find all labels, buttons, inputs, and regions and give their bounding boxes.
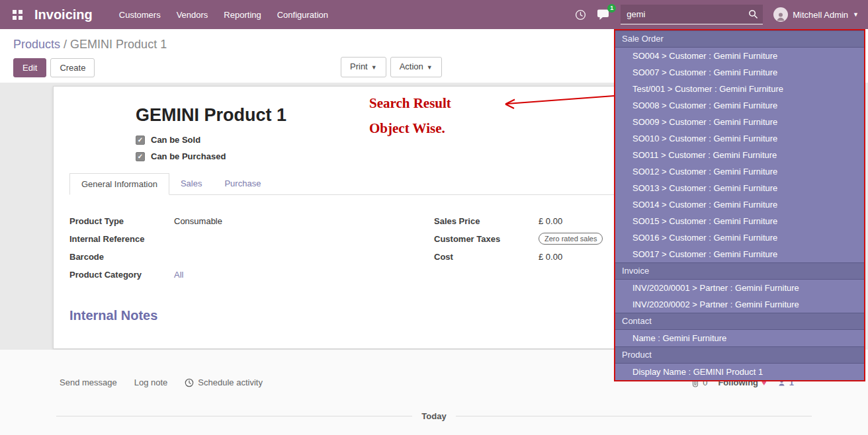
chevron-down-icon: ▼ — [427, 64, 433, 71]
chevron-down-icon: ▼ — [853, 12, 859, 18]
search-result-item[interactable]: SO011 > Customer : Gemini Furniture — [615, 147, 864, 163]
search-result-item[interactable]: SO008 > Customer : Gemini Furniture — [615, 97, 864, 114]
divider-line — [56, 416, 412, 416]
today-divider: Today — [56, 411, 812, 421]
group-header-contact: Contact — [615, 313, 864, 330]
search-result-item[interactable]: SO013 > Customer : Gemini Furniture — [615, 180, 864, 196]
search-result-item[interactable]: SO004 > Customer : Gemini Furniture — [615, 48, 864, 64]
can-be-purchased-label: Can be Purchased — [151, 151, 226, 161]
app-title[interactable]: Invoicing — [34, 7, 93, 22]
action-dropdown-button[interactable]: Action▼ — [390, 57, 442, 77]
menu-customers[interactable]: Customers — [111, 5, 169, 25]
group-header-sale-order: Sale Order — [615, 30, 864, 48]
field-value: Consumable — [174, 216, 222, 226]
field-internal-reference: Internal Reference — [69, 233, 434, 245]
field-label: Customer Taxes — [434, 234, 539, 244]
systray: 1 Mitchell Admin ▼ — [575, 5, 861, 24]
user-menu[interactable]: Mitchell Admin ▼ — [773, 7, 859, 22]
action-buttons: Print▼ Action▼ — [341, 57, 442, 77]
messages-count-badge: 1 — [607, 4, 616, 13]
chevron-down-icon: ▼ — [371, 64, 377, 71]
search-result-item[interactable]: Name : Gemini Furniture — [615, 330, 864, 346]
divider-line — [456, 416, 812, 416]
field-product-type: Product Type Consumable — [69, 215, 434, 227]
search-result-item[interactable]: Display Name : GEMINI Product 1 — [615, 364, 864, 380]
group-header-product: Product — [615, 346, 864, 364]
field-value: All — [174, 270, 183, 280]
field-label: Sales Price — [434, 216, 539, 226]
can-be-purchased-checkbox[interactable]: ✓ — [136, 152, 145, 161]
field-label: Barcode — [69, 252, 174, 262]
field-label: Product Category — [69, 270, 174, 280]
field-barcode: Barcode — [69, 251, 434, 262]
create-button[interactable]: Create — [50, 58, 95, 77]
annotation-text: Search Result Object Wise. — [369, 95, 451, 137]
tab-purchase[interactable]: Purchase — [213, 173, 272, 194]
internal-notes-heading: Internal Notes — [69, 308, 434, 323]
main-menu: Customers Vendors Reporting Configuratio… — [111, 5, 336, 25]
search-result-item[interactable]: SO007 > Customer : Gemini Furniture — [615, 64, 864, 81]
search-result-item[interactable]: INV/2020/0002 > Partner : Gemini Furnitu… — [615, 296, 864, 313]
search-result-item[interactable]: SO015 > Customer : Gemini Furniture — [615, 213, 864, 229]
search-result-item[interactable]: INV/2020/0001 > Partner : Gemini Furnitu… — [615, 280, 864, 296]
field-value: £ 0.00 — [539, 252, 562, 262]
log-note-button[interactable]: Log note — [134, 377, 168, 387]
customer-tax-tag: Zero rated sales — [539, 233, 603, 245]
apps-grid-icon — [13, 10, 22, 20]
search-result-item[interactable]: SO012 > Customer : Gemini Furniture — [615, 163, 864, 180]
field-product-category: Product Category All — [69, 268, 434, 280]
breadcrumb-products-link[interactable]: Products — [13, 38, 60, 51]
today-label: Today — [421, 411, 446, 421]
can-be-sold-checkbox[interactable]: ✓ — [136, 136, 145, 145]
schedule-activity-button[interactable]: Schedule activity — [185, 377, 263, 387]
menu-vendors[interactable]: Vendors — [169, 5, 216, 25]
search-result-item[interactable]: SO014 > Customer : Gemini Furniture — [615, 196, 864, 213]
annotation-line-2: Object Wise. — [369, 120, 451, 137]
search-result-item[interactable]: SO017 > Customer : Gemini Furniture — [615, 246, 864, 262]
field-label: Cost — [434, 252, 539, 262]
apps-menu-button[interactable] — [7, 4, 28, 25]
send-message-button[interactable]: Send message — [60, 377, 117, 387]
breadcrumb-current: GEMINI Product 1 — [70, 38, 167, 51]
field-label: Internal Reference — [69, 234, 174, 244]
print-dropdown-button[interactable]: Print▼ — [341, 57, 386, 77]
search-results-dropdown: Sale Order SO004 > Customer : Gemini Fur… — [614, 29, 865, 381]
messages-icon[interactable]: 1 — [597, 9, 610, 20]
menu-reporting[interactable]: Reporting — [216, 5, 269, 25]
global-search-box[interactable] — [621, 5, 763, 24]
activities-clock-icon[interactable] — [575, 9, 586, 20]
group-header-invoice: Invoice — [615, 262, 864, 280]
search-result-item[interactable]: SO010 > Customer : Gemini Furniture — [615, 130, 864, 147]
fields-left-column: Product Type Consumable Internal Referen… — [69, 215, 434, 323]
annotation-arrow — [498, 91, 617, 111]
field-label: Product Type — [69, 216, 174, 226]
search-result-item[interactable]: SO016 > Customer : Gemini Furniture — [615, 229, 864, 246]
search-result-item[interactable]: Test/001 > Customer : Gemini Furniture — [615, 81, 864, 97]
top-navbar: Invoicing Customers Vendors Reporting Co… — [0, 0, 868, 29]
user-avatar — [773, 7, 788, 22]
search-icon[interactable] — [748, 9, 758, 19]
tab-sales[interactable]: Sales — [169, 173, 214, 194]
annotation-line-1: Search Result — [369, 95, 451, 112]
user-name: Mitchell Admin — [793, 10, 848, 20]
field-value: £ 0.00 — [539, 216, 562, 226]
tab-general-information[interactable]: General Information — [69, 173, 169, 195]
search-input[interactable] — [625, 9, 748, 20]
breadcrumb-separator: / — [64, 38, 67, 51]
edit-button[interactable]: Edit — [13, 58, 46, 77]
can-be-sold-label: Can be Sold — [151, 135, 200, 145]
clock-icon — [185, 378, 194, 387]
search-result-item[interactable]: SO009 > Customer : Gemini Furniture — [615, 114, 864, 130]
menu-configuration[interactable]: Configuration — [269, 5, 336, 25]
